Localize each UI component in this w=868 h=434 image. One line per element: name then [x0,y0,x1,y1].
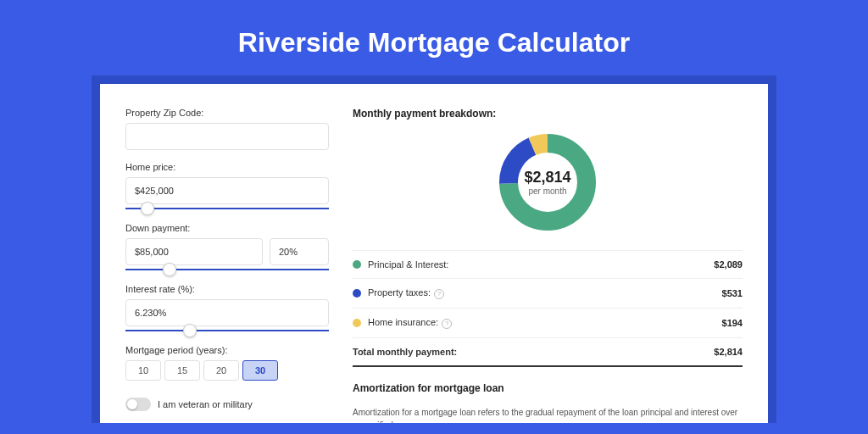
period-buttons: 10 15 20 30 [125,360,329,381]
price-label: Home price: [125,162,329,172]
donut-sublabel: per month [524,186,570,196]
period-label: Mortgage period (years): [125,345,329,355]
legend: Principal & Interest: $2,089 Property ta… [353,250,743,367]
down-amount-input[interactable] [125,238,263,265]
help-icon[interactable]: ? [434,289,444,299]
zip-label: Property Zip Code: [125,108,329,118]
calculator-card: Property Zip Code: Home price: Down paym… [100,84,768,423]
veteran-toggle[interactable] [125,398,151,411]
zip-input[interactable] [125,123,329,150]
legend-label: Principal & Interest: [368,259,714,270]
price-input[interactable] [125,177,329,204]
down-label: Down payment: [125,223,329,233]
donut-chart: $2,814 per month [353,131,743,233]
legend-value: $531 [722,288,743,298]
period-10-button[interactable]: 10 [125,360,161,381]
down-percent-input[interactable] [270,238,329,265]
dot-icon [353,260,361,269]
legend-row-principal: Principal & Interest: $2,089 [353,251,743,279]
rate-slider[interactable] [125,330,329,331]
amort-text: Amortization for a mortgage loan refers … [353,406,743,423]
amortization-section: Amortization for mortgage loan Amortizat… [353,382,743,423]
total-label: Total monthly payment: [353,347,714,357]
period-30-button[interactable]: 30 [242,360,278,381]
results-panel: Monthly payment breakdown: $2,814 per mo… [353,108,743,399]
legend-value: $194 [722,318,743,328]
donut-total: $2,814 [524,169,570,186]
price-slider[interactable] [125,208,329,209]
legend-value: $2,089 [714,259,743,270]
input-panel: Property Zip Code: Home price: Down paym… [125,108,329,399]
legend-row-insurance: Home insurance:? $194 [353,309,743,338]
legend-row-taxes: Property taxes:? $531 [353,279,743,309]
rate-label: Interest rate (%): [125,284,329,294]
breakdown-heading: Monthly payment breakdown: [353,108,743,120]
period-15-button[interactable]: 15 [164,360,200,381]
dot-icon [353,289,361,298]
card-wrapper: Property Zip Code: Home price: Down paym… [92,75,776,423]
rate-input[interactable] [125,299,329,326]
legend-label: Home insurance:? [368,317,722,329]
period-20-button[interactable]: 20 [203,360,239,381]
veteran-label: I am veteran or military [158,399,253,409]
total-value: $2,814 [714,347,743,357]
amort-heading: Amortization for mortgage loan [353,382,743,394]
legend-row-total: Total monthly payment: $2,814 [353,338,743,367]
help-icon[interactable]: ? [442,319,452,329]
legend-label: Property taxes:? [368,287,722,299]
dot-icon [353,319,361,327]
page-title: Riverside Mortgage Calculator [0,0,868,75]
down-slider[interactable] [125,269,329,270]
